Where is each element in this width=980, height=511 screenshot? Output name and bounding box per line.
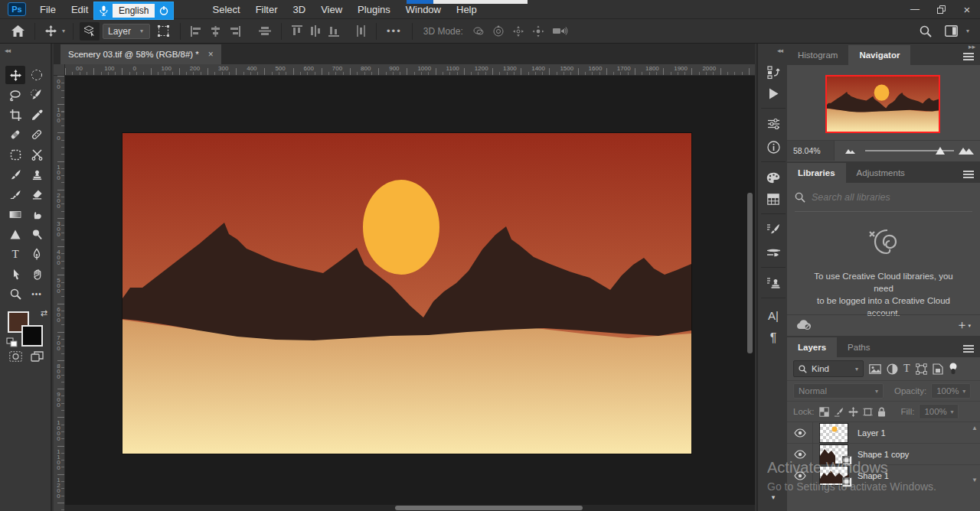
color-panel-button[interactable]	[758, 168, 789, 187]
mixer-brush-tool[interactable]	[5, 185, 25, 203]
eraser-tool[interactable]	[27, 185, 47, 203]
filter-smart-objects-button[interactable]	[933, 363, 943, 375]
spot-healing-brush-tool[interactable]	[5, 125, 25, 144]
ruler-corner[interactable]	[54, 64, 65, 76]
clone-source-panel-button[interactable]	[758, 273, 789, 293]
properties-panel-button[interactable]	[758, 114, 789, 134]
tab-paths[interactable]: Paths	[837, 337, 880, 357]
navigator-panel-menu-icon[interactable]	[963, 53, 974, 60]
hand-tool[interactable]	[27, 265, 47, 283]
smudge-tool[interactable]	[27, 205, 47, 223]
layers-scroll-up[interactable]: ▲	[971, 425, 978, 431]
document-tab[interactable]: Scenery 03.tif @ 58% (RGB/8#) * ×	[60, 44, 221, 64]
menu-filter[interactable]: Filter	[248, 0, 286, 18]
menu-3d[interactable]: 3D	[286, 0, 314, 18]
layers-scroll-down[interactable]: ▼	[971, 477, 978, 483]
layer-visibility-toggle[interactable]	[787, 422, 813, 444]
pen-tool[interactable]	[27, 245, 47, 263]
language-bar[interactable]: English	[93, 2, 174, 20]
navigator-zoom-value[interactable]: 58.04%	[787, 141, 835, 161]
ruler-horizontal[interactable]: 0010001002003004005006007008009001000110…	[65, 64, 755, 76]
layer-visibility-toggle[interactable]	[787, 465, 813, 487]
character-panel-button[interactable]: A|	[758, 305, 789, 325]
menu-select[interactable]: Select	[205, 0, 248, 18]
language-options-icon[interactable]	[155, 2, 173, 19]
layer-row-2[interactable]: Shape 1 copy	[787, 443, 980, 464]
lock-position-button[interactable]	[848, 407, 858, 417]
layer-row-1[interactable]: Layer 1 ▲	[787, 421, 980, 443]
default-colors-icon[interactable]	[6, 337, 18, 348]
object-selection-tool[interactable]	[27, 86, 47, 104]
edit-toolbar-button[interactable]: •••	[27, 285, 47, 303]
microphone-icon[interactable]	[94, 2, 113, 19]
type-tool[interactable]: T	[5, 245, 25, 263]
tab-histogram[interactable]: Histogram	[787, 45, 848, 65]
threed-roll-icon[interactable]	[488, 25, 508, 37]
zoom-tool[interactable]	[5, 285, 25, 303]
screen-mode-button[interactable]	[31, 351, 44, 365]
shape-tool[interactable]	[5, 225, 25, 243]
ruler-vertical[interactable]: 0010001002003004005006007008009001000110…	[54, 76, 65, 511]
auto-select-mode-dropdown[interactable]: Layer ▾	[103, 24, 150, 39]
dock-scroll-down-chevron[interactable]: ▾	[758, 487, 789, 507]
libraries-search-input[interactable]	[812, 192, 957, 203]
more-align-options-button[interactable]: •••	[383, 25, 406, 37]
threed-rotate-icon[interactable]	[468, 25, 488, 37]
document-tab-close-icon[interactable]: ×	[208, 49, 214, 60]
cloud-offline-icon[interactable]	[796, 319, 812, 333]
lock-all-button[interactable]	[877, 407, 886, 417]
expand-dock-chevron[interactable]: ◂◂	[777, 47, 782, 54]
layer-filter-kind-dropdown[interactable]: Kind ▾	[793, 360, 864, 377]
layer-name[interactable]: Shape 1 copy	[858, 450, 909, 459]
layer-name[interactable]: Layer 1	[858, 428, 886, 438]
language-label[interactable]: English	[113, 4, 155, 18]
quick-mask-button[interactable]	[9, 351, 22, 365]
layer-row-3[interactable]: Shape 1 ▼	[787, 464, 980, 486]
paragraph-panel-button[interactable]: ¶	[758, 328, 789, 348]
info-panel-button[interactable]	[758, 137, 789, 157]
frame-tool[interactable]	[5, 145, 25, 164]
minimize-button[interactable]: —	[902, 0, 928, 18]
layer-visibility-toggle[interactable]	[787, 444, 813, 465]
layer-thumbnail[interactable]	[819, 423, 848, 443]
move-tool-preset-chevron[interactable]: ▾	[60, 28, 67, 34]
layer-name[interactable]: Shape 1	[858, 471, 889, 480]
add-library-button[interactable]: ＋▾	[956, 317, 971, 334]
elliptical-marquee-tool[interactable]	[27, 66, 47, 84]
workspace-switcher-button[interactable]	[941, 25, 962, 37]
layer-filter-toggle[interactable]	[949, 363, 958, 375]
layer-thumbnail[interactable]	[819, 466, 848, 486]
align-center-horizontal-button[interactable]	[206, 26, 225, 37]
swap-colors-icon[interactable]: ⇄	[41, 308, 47, 318]
menu-file[interactable]: File	[32, 0, 64, 18]
collapse-tools-chevron[interactable]: ◂◂	[5, 47, 10, 54]
close-button[interactable]: ×	[954, 0, 980, 18]
canvas-artwork[interactable]	[122, 133, 691, 454]
libraries-panel-menu-icon[interactable]	[963, 171, 974, 178]
canvas-horizontal-scrollbar[interactable]	[395, 506, 583, 510]
lock-transparent-pixels-button[interactable]	[819, 407, 829, 417]
patch-tool[interactable]	[27, 125, 47, 144]
workspace-chevron[interactable]: ▾	[965, 28, 971, 34]
align-center-vertical-button[interactable]	[255, 26, 275, 36]
move-tool-option-icon[interactable]	[41, 25, 60, 37]
layer-thumbnail[interactable]	[819, 444, 848, 464]
path-selection-tool[interactable]	[5, 265, 25, 283]
fill-dropdown[interactable]: 100% ▾	[919, 404, 959, 419]
menu-edit[interactable]: Edit	[64, 0, 96, 18]
search-button[interactable]	[916, 25, 936, 37]
crop-tool[interactable]	[5, 106, 25, 124]
tab-layers[interactable]: Layers	[787, 337, 837, 357]
home-button[interactable]	[8, 25, 28, 37]
align-right-button[interactable]	[225, 26, 244, 37]
layers-panel-menu-icon[interactable]	[963, 345, 974, 353]
zoom-in-icon[interactable]	[959, 145, 974, 155]
distribute-vertical-button[interactable]	[306, 25, 325, 37]
filter-type-layers-button[interactable]: T	[903, 363, 910, 375]
auto-select-toggle[interactable]	[80, 22, 100, 41]
navigator-preview[interactable]	[825, 75, 940, 133]
lasso-tool[interactable]	[5, 86, 25, 104]
eyedropper-tool[interactable]	[27, 106, 47, 124]
actions-panel-button[interactable]	[758, 83, 789, 103]
tab-adjustments[interactable]: Adjustments	[846, 163, 916, 183]
